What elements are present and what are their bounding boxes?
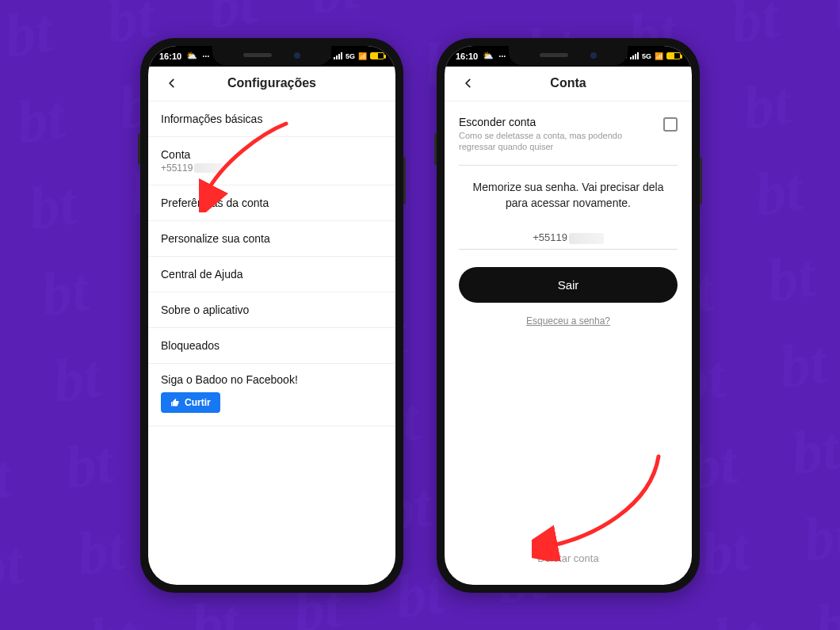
page-title: Configurações — [227, 76, 316, 90]
row-label: Informações básicas — [161, 113, 383, 125]
battery-icon — [370, 52, 384, 59]
hide-account-sub: Como se deletasse a conta, mas podendo r… — [459, 130, 655, 153]
facebook-like-button[interactable]: Curtir — [161, 392, 220, 413]
redacted-blur — [569, 233, 604, 244]
hide-account-label: Esconder conta — [459, 116, 655, 128]
row-central-ajuda[interactable]: Central de Ajuda — [148, 257, 395, 292]
row-siga-facebook: Siga o Badoo no Facebook! Curtir — [148, 364, 395, 426]
status-time: 16:10 — [456, 52, 478, 61]
delete-account-link[interactable]: Deletar conta — [459, 552, 678, 572]
screen-conta: 16:10 ⛅ ··· ⁵ᴳ 5G 5G 📶 Cont — [445, 46, 692, 585]
phone-mockup-2: 16:10 ⛅ ··· ⁵ᴳ 5G 5G 📶 Cont — [437, 38, 700, 593]
logout-label: Sair — [558, 278, 579, 292]
chevron-left-icon — [166, 78, 178, 89]
page-title: Conta — [550, 76, 586, 90]
row-sobre-app[interactable]: Sobre o aplicativo — [148, 292, 395, 328]
hide-account-checkbox[interactable] — [663, 117, 678, 132]
row-label: Sobre o aplicativo — [161, 304, 383, 316]
back-button[interactable] — [452, 67, 484, 101]
row-bloqueados[interactable]: Bloqueados — [148, 328, 395, 364]
header-bar: Configurações — [148, 67, 395, 101]
row-esconder-conta[interactable]: Esconder conta Como se deletasse a conta… — [459, 108, 678, 166]
phone-mockup-1: 16:10 ⛅ ··· ⁵ᴳ 5G 5G 📶 Conf — [140, 38, 403, 593]
row-conta[interactable]: Conta +55119 — [148, 137, 395, 185]
memorize-text: Memorize sua senha. Vai precisar dela pa… — [459, 180, 678, 211]
phone-notch — [212, 46, 331, 65]
status-net-2: 5G — [346, 52, 355, 60]
divider — [459, 165, 678, 166]
status-icon-cloud: ⛅ — [483, 51, 494, 61]
forgot-password-link[interactable]: Esqueceu a senha? — [459, 315, 678, 326]
row-personalize[interactable]: Personalize sua conta — [148, 221, 395, 257]
chevron-left-icon — [463, 78, 474, 89]
delete-label: Deletar conta — [537, 552, 598, 564]
phone-notch — [509, 46, 628, 65]
row-preferencias[interactable]: Preferências da conta — [148, 185, 395, 221]
settings-list: Informações básicas Conta +55119 Preferê… — [148, 101, 395, 585]
row-label: Siga o Badoo no Facebook! — [161, 373, 383, 386]
row-label: Conta — [161, 148, 383, 161]
status-time: 16:10 — [159, 52, 181, 61]
status-icon-cloud: ⛅ — [186, 51, 197, 61]
signal-bars-icon — [630, 52, 639, 59]
logout-button[interactable]: Sair — [459, 267, 678, 303]
row-sub-phone: +55119 — [161, 162, 383, 174]
row-informacoes-basicas[interactable]: Informações básicas — [148, 101, 395, 137]
row-label: Personalize sua conta — [161, 232, 383, 245]
status-net-2: 5G — [642, 52, 651, 60]
row-label: Bloqueados — [161, 339, 383, 352]
header-bar: Conta — [445, 67, 692, 101]
account-phone-display: +55119 — [459, 231, 678, 250]
fb-like-label: Curtir — [185, 397, 211, 408]
redacted-blur — [194, 163, 223, 173]
battery-icon — [666, 52, 681, 59]
back-button[interactable] — [156, 67, 188, 101]
row-label: Preferências da conta — [161, 197, 383, 209]
thumbs-up-icon — [170, 398, 180, 407]
screen-configuracoes: 16:10 ⛅ ··· ⁵ᴳ 5G 5G 📶 Conf — [148, 46, 395, 585]
signal-bars-icon — [334, 52, 342, 59]
forgot-label: Esqueceu a senha? — [526, 315, 610, 326]
row-label: Central de Ajuda — [161, 268, 383, 281]
